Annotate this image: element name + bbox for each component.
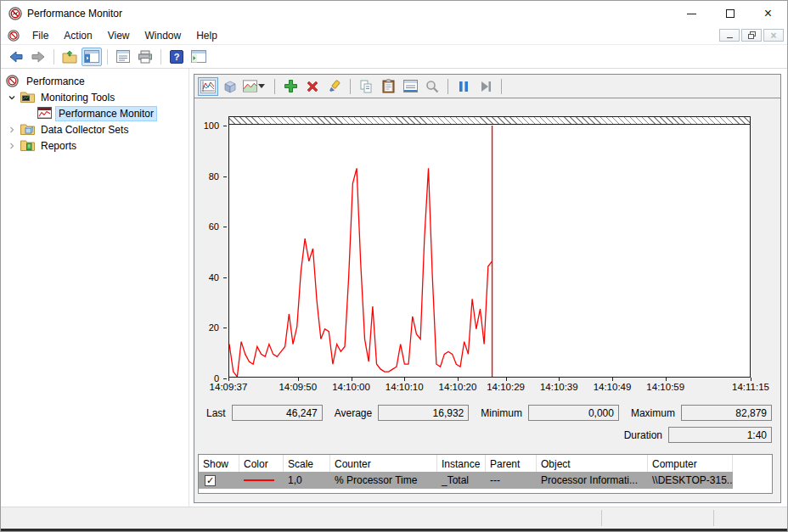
y-tick-label: 100 [204,120,219,131]
help-button[interactable]: ? [166,48,187,66]
col-header-show[interactable]: Show [199,455,239,472]
menu-bar: File Action View Window Help × [1,26,787,45]
counter-cell: % Processor Time [330,472,437,489]
action-pane-toggle-button[interactable] [189,48,209,66]
status-bar [1,507,787,529]
parent-cell: --- [486,472,537,489]
col-header-parent[interactable]: Parent [486,455,537,472]
update-data-button[interactable] [476,77,496,96]
x-tick-mark [404,378,405,381]
show-checkbox[interactable]: ✓ [205,475,216,486]
col-header-object[interactable]: Object [537,455,648,472]
perfmon-logo-icon-small [8,30,20,42]
counter-row[interactable]: ✓ 1,0 % Processor Time _Total --- Proces… [199,472,772,489]
counter-table-header: Show Color Scale Counter Instance Parent… [199,455,772,472]
col-header-computer[interactable]: Computer [648,455,733,472]
graph-area: 100806040200 14:09:3714:09:5014:10:0014:… [228,116,751,396]
console-tree-icon [84,50,99,63]
col-header-counter[interactable]: Counter [330,455,437,472]
chevron-right-icon[interactable] [7,141,17,151]
perfmon-logo-icon [6,75,20,87]
properties-button[interactable] [113,48,133,66]
x-tick-mark [559,378,560,381]
toolbar-separator [501,79,502,94]
menu-action[interactable]: Action [56,27,99,44]
chart-top-hatch [229,117,750,125]
console-tree-toggle-button[interactable] [82,48,102,66]
x-axis: 14:09:3714:09:5014:10:0014:10:1014:10:20… [228,378,751,396]
col-header-scale[interactable]: Scale [284,455,330,472]
perfmon-logo-icon [8,7,22,20]
counter-color-swatch [244,479,274,481]
col-header-color[interactable]: Color [239,455,284,472]
child-close-icon: × [770,31,776,41]
view-log-data-button[interactable] [220,77,240,96]
menu-file[interactable]: File [25,27,56,44]
maximize-button[interactable] [711,1,749,26]
delete-counter-button[interactable] [302,77,323,96]
forward-icon [31,50,46,64]
highlighter-icon [328,80,341,93]
copy-properties-button[interactable] [356,77,376,96]
y-tick-label: 40 [209,272,219,283]
printer-icon [138,50,153,64]
paste-counter-list-button[interactable] [378,77,398,96]
child-restore-button[interactable] [741,29,762,42]
chart-plot-area [229,126,750,377]
perfmon-panel: 100806040200 14:09:3714:09:5014:10:0014:… [194,74,781,503]
col-header-instance[interactable]: Instance [437,455,486,472]
minimize-icon [687,14,696,14]
back-button[interactable] [6,48,26,66]
toolbar-separator [447,79,448,94]
duration-label: Duration [624,429,662,441]
minimize-button[interactable] [673,1,711,26]
properties-window-icon [115,50,131,63]
tree-item-reports[interactable]: Reports [1,137,189,154]
x-tick-label: 14:10:20 [439,382,477,392]
line-chart-icon [37,107,52,120]
child-close-button[interactable]: × [763,29,784,42]
average-value: 16,932 [378,405,469,421]
copy-icon [359,80,373,93]
x-tick-label: 14:10:39 [540,382,578,392]
zoom-button[interactable] [422,77,442,96]
menu-view[interactable]: View [100,27,138,44]
tree-item-data-collector-sets[interactable]: Data Collector Sets [1,121,189,137]
tree-item-performance-monitor[interactable]: Performance Monitor [1,105,189,121]
close-button[interactable]: × [749,1,787,26]
chevron-right-icon[interactable] [7,125,17,135]
y-tick-mark [223,126,227,126]
folder-up-icon [62,50,77,64]
x-tick-label: 14:09:37 [210,382,248,392]
col-header-filler [733,455,772,472]
processor-time-series [229,168,492,377]
print-button[interactable] [135,48,155,66]
tree-item-monitoring-tools[interactable]: Monitoring Tools [1,89,189,105]
tree-item-label: Monitoring Tools [38,91,117,104]
computer-cell: \\DESKTOP-315... [648,472,733,489]
view-current-activity-button[interactable] [198,77,218,96]
tree-item-label: Data Collector Sets [38,123,131,137]
freeze-display-button[interactable] [453,77,474,96]
menu-window[interactable]: Window [138,27,189,44]
svg-text:?: ? [174,52,180,62]
add-counter-button[interactable] [280,77,301,96]
action-pane-icon [191,50,206,63]
tree-item-performance[interactable]: Performance [1,73,189,89]
forward-button[interactable] [28,48,48,66]
properties-dialog-icon [403,80,418,92]
line-chart: 100806040200 [228,116,751,378]
last-label: Last [206,407,226,419]
console-tree: Performance Monitoring Tools Performance… [1,69,189,507]
maximum-label: Maximum [631,407,675,419]
x-tick-label: 14:10:10 [386,382,424,392]
change-graph-type-button[interactable] [242,77,269,96]
chevron-down-icon[interactable] [7,92,17,103]
toolbar-separator [274,79,275,94]
menu-help[interactable]: Help [189,27,225,44]
properties-button[interactable] [400,77,420,96]
child-minimize-button[interactable] [719,29,740,42]
highlight-button[interactable] [324,77,345,96]
up-one-level-button[interactable] [59,48,80,66]
y-tick-mark [223,328,227,328]
